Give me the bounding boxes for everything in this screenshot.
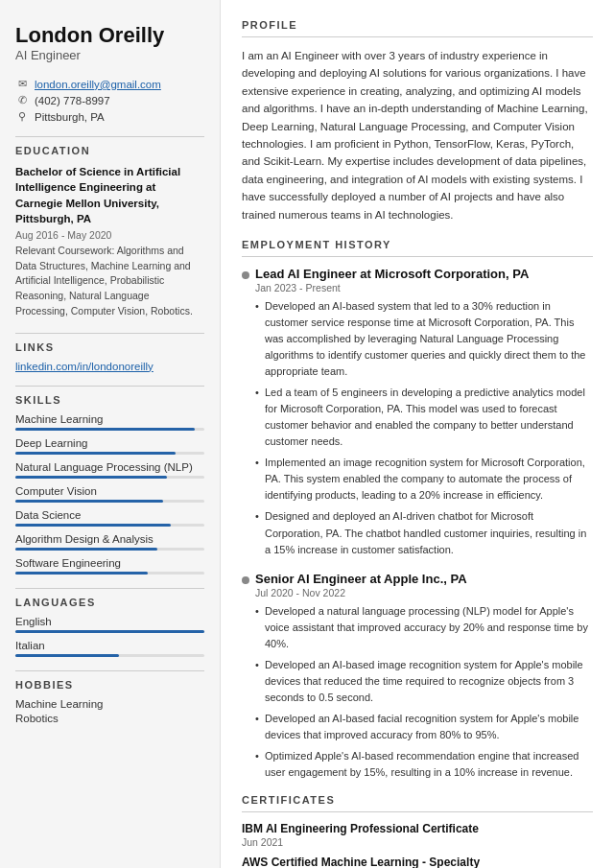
candidate-title: AI Engineer (15, 48, 204, 62)
education-section-label: EDUCATION (15, 145, 204, 156)
employment-bullet: Led a team of 5 engineers in developing … (255, 385, 593, 450)
profile-text: I am an AI Engineer with over 3 years of… (242, 47, 593, 223)
hobbies-divider (15, 670, 204, 671)
cert-title: IBM AI Engineering Professional Certific… (242, 822, 593, 835)
skill-bar-fill (15, 572, 148, 575)
skill-label: Data Science (15, 509, 204, 521)
skill-bar-bg (15, 572, 204, 575)
profile-section-label: PROFILE (242, 19, 593, 31)
job-title: Lead AI Engineer at Microsoft Corporatio… (255, 267, 593, 281)
job-dates: Jan 2023 - Present (255, 282, 593, 293)
employment-block: Senior AI Engineer at Apple Inc., PA Jul… (242, 572, 593, 781)
skill-bar-bg (15, 428, 204, 431)
job-title: Senior AI Engineer at Apple Inc., PA (255, 572, 593, 586)
employment-block: Lead AI Engineer at Microsoft Corporatio… (242, 267, 593, 558)
skill-bar-bg (15, 500, 204, 503)
skill-bar-fill (15, 500, 163, 503)
location-icon: ⚲ (15, 110, 29, 123)
skills-divider (15, 386, 204, 387)
candidate-name: London Oreilly (15, 23, 204, 48)
phone-value: (402) 778-8997 (35, 95, 110, 106)
employment-bullet: Designed and deployed an AI-driven chatb… (255, 508, 593, 557)
skill-bar-bg (15, 452, 204, 455)
skill-item: Machine Learning (15, 413, 204, 431)
skill-label: Algorithm Design & Analysis (15, 533, 204, 545)
skill-bar-fill (15, 428, 195, 431)
links-section-label: LINKS (15, 341, 204, 353)
sidebar: London Oreilly AI Engineer ✉ london.orei… (0, 0, 221, 868)
language-bar-bg (15, 654, 204, 657)
languages-section-label: LANGUAGES (15, 597, 204, 608)
language-bar-fill (15, 630, 204, 633)
skill-item: Algorithm Design & Analysis (15, 533, 204, 551)
cert-title: AWS Certified Machine Learning - Special… (242, 856, 593, 868)
employment-bullet: Developed a natural language processing … (255, 603, 593, 652)
skill-bar-fill (15, 476, 167, 479)
contact-location-row: ⚲ Pittsburgh, PA (15, 110, 204, 123)
language-bar-bg (15, 630, 204, 633)
certificate-item: IBM AI Engineering Professional Certific… (242, 822, 593, 848)
languages-divider (15, 588, 204, 589)
employment-divider (242, 256, 593, 257)
hobbies-list: Machine LearningRobotics (15, 698, 204, 724)
language-label: English (15, 616, 204, 627)
language-bar-fill (15, 654, 119, 657)
employment-list: Lead AI Engineer at Microsoft Corporatio… (242, 267, 593, 781)
skill-item: Data Science (15, 509, 204, 527)
skill-bar-bg (15, 524, 204, 527)
skill-bar-fill (15, 548, 157, 551)
employment-bullet: Developed an AI-based facial recognition… (255, 711, 593, 743)
contact-phone-row: ✆ (402) 778-8997 (15, 94, 204, 106)
edu-degree: Bachelor of Science in Artificial Intell… (15, 164, 204, 225)
language-item: Italian (15, 640, 204, 657)
edu-dates: Aug 2016 - May 2020 (15, 229, 204, 241)
language-label: Italian (15, 640, 204, 651)
employment-bullet: Developed an AI-based system that led to… (255, 298, 593, 380)
skill-item: Natural Language Processing (NLP) (15, 461, 204, 479)
employment-bullet: Developed an AI-based image recognition … (255, 657, 593, 706)
contact-email-row: ✉ london.oreilly@gmail.com (15, 78, 204, 90)
certificates-section-label: CERTIFICATES (242, 794, 593, 806)
skill-label: Machine Learning (15, 413, 204, 425)
employment-bullet: Optimized Apple's AI-based recommendatio… (255, 748, 593, 781)
hobby-item: Robotics (15, 713, 204, 724)
job-dates: Jul 2020 - Nov 2022 (255, 587, 593, 598)
location-value: Pittsburgh, PA (35, 111, 105, 123)
linkedin-link[interactable]: linkedin.com/in/londonoreilly (15, 361, 204, 372)
email-value[interactable]: london.oreilly@gmail.com (35, 79, 161, 90)
edu-courses: Relevant Coursework: Algorithms and Data… (15, 244, 204, 319)
skill-bar-fill (15, 524, 171, 527)
skill-label: Natural Language Processing (NLP) (15, 461, 204, 473)
main-content: PROFILE I am an AI Engineer with over 3 … (221, 0, 614, 868)
profile-section: PROFILE I am an AI Engineer with over 3 … (242, 19, 593, 223)
skill-label: Deep Learning (15, 437, 204, 449)
skill-label: Computer Vision (15, 485, 204, 497)
language-item: English (15, 616, 204, 633)
employment-section-label: EMPLOYMENT HISTORY (242, 239, 593, 250)
skill-item: Computer Vision (15, 485, 204, 503)
hobby-item: Machine Learning (15, 698, 204, 710)
certificate-item: AWS Certified Machine Learning - Special… (242, 856, 593, 868)
skill-item: Software Engineering (15, 557, 204, 575)
cert-date: Jun 2021 (242, 836, 593, 848)
certificates-section: CERTIFICATES IBM AI Engineering Professi… (242, 794, 593, 868)
certificates-list: IBM AI Engineering Professional Certific… (242, 822, 593, 868)
email-icon: ✉ (15, 78, 29, 90)
employment-bullet: Implemented an image recognition system … (255, 455, 593, 504)
skill-bar-bg (15, 548, 204, 551)
skills-list: Machine Learning Deep Learning Natural L… (15, 413, 204, 575)
skill-label: Software Engineering (15, 557, 204, 569)
profile-divider (242, 36, 593, 37)
hobbies-section-label: HOBBIES (15, 679, 204, 691)
languages-list: English Italian (15, 616, 204, 657)
skill-item: Deep Learning (15, 437, 204, 455)
links-divider (15, 333, 204, 334)
skill-bar-fill (15, 452, 176, 455)
skill-bar-bg (15, 476, 204, 479)
employment-section: EMPLOYMENT HISTORY Lead AI Engineer at M… (242, 239, 593, 781)
skills-section-label: SKILLS (15, 394, 204, 406)
education-divider (15, 136, 204, 137)
phone-icon: ✆ (15, 94, 29, 106)
certificates-divider (242, 811, 593, 812)
